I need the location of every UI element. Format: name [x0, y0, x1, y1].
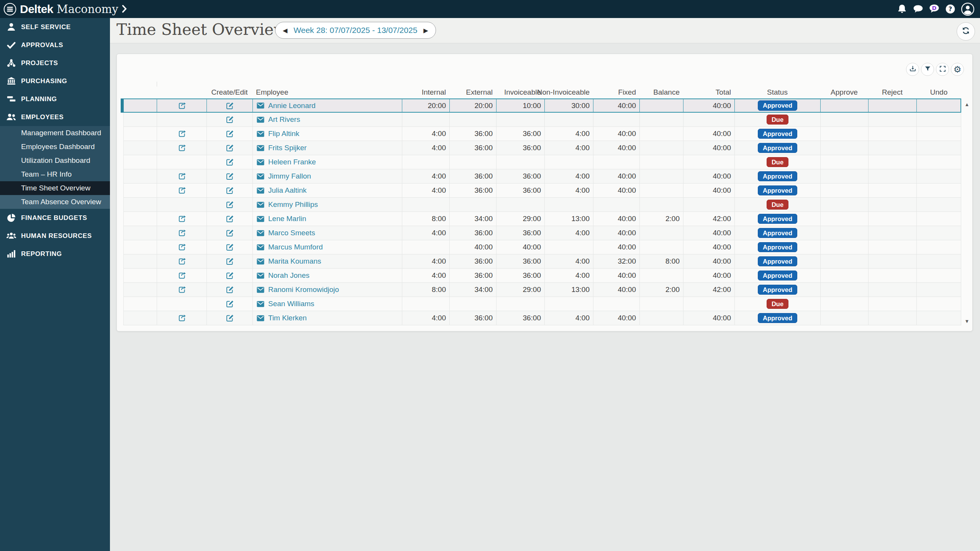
open-timesheet-icon[interactable] — [177, 257, 187, 266]
employee-row[interactable]: Annie Leonard20:0020:0010:0030:0040:0040… — [123, 98, 961, 113]
email-icon[interactable] — [256, 187, 265, 194]
sidebar-item-employees[interactable]: EMPLOYEES — [0, 108, 110, 126]
edit-icon[interactable] — [225, 129, 234, 138]
employee-name-link[interactable]: Sean Williams — [268, 300, 314, 308]
sidebar-subitem-team-absence-overview[interactable]: Team Absence Overview — [0, 195, 110, 209]
menu-icon[interactable] — [3, 2, 17, 16]
edit-icon[interactable] — [225, 271, 234, 280]
employee-name-link[interactable]: Tim Klerken — [268, 314, 307, 322]
sidebar-item-purchasing[interactable]: PURCHASING — [0, 72, 110, 90]
open-timesheet-icon[interactable] — [177, 129, 187, 138]
sidebar-subitem-employees-dashboard[interactable]: Employees Dashboard — [0, 140, 110, 154]
email-icon[interactable] — [256, 244, 265, 251]
employee-row[interactable]: Flip Altink4:0036:0036:004:0040:0040:00A… — [123, 127, 961, 141]
user-profile-icon[interactable] — [961, 2, 975, 16]
email-icon[interactable] — [256, 272, 265, 279]
email-icon[interactable] — [256, 116, 265, 123]
employee-name-link[interactable]: Norah Jones — [268, 271, 310, 280]
open-timesheet-icon[interactable] — [177, 271, 187, 280]
notifications-icon[interactable] — [896, 3, 908, 15]
prev-week-icon[interactable]: ◀ — [283, 27, 287, 34]
employee-row[interactable]: Norah Jones4:0036:0036:004:0040:0040:00A… — [123, 269, 961, 283]
sidebar-subitem-management-dashboard[interactable]: Management Dashboard — [0, 126, 110, 140]
employee-name-link[interactable]: Art Rivers — [268, 115, 300, 124]
email-icon[interactable] — [256, 159, 265, 166]
email-icon[interactable] — [256, 286, 265, 294]
sidebar-subitem-team-hr-info[interactable]: Team – HR Info — [0, 167, 110, 181]
open-timesheet-icon[interactable] — [177, 285, 187, 294]
help-icon[interactable]: ? — [945, 3, 956, 15]
open-timesheet-icon[interactable] — [177, 313, 187, 323]
fullscreen-button[interactable] — [936, 63, 949, 76]
employee-name-link[interactable]: Marcus Mumford — [268, 243, 323, 251]
email-icon[interactable] — [256, 173, 265, 180]
open-timesheet-icon[interactable] — [177, 172, 187, 181]
email-icon[interactable] — [256, 230, 265, 237]
open-timesheet-icon[interactable] — [177, 243, 187, 252]
edit-icon[interactable] — [225, 214, 234, 223]
scroll-down-arrow[interactable]: ▼ — [964, 318, 970, 324]
edit-icon[interactable] — [225, 200, 234, 209]
deltek-assistant-icon[interactable]: D — [929, 3, 940, 15]
email-icon[interactable] — [256, 201, 265, 208]
employee-row[interactable]: Julia Aaltink4:0036:0036:004:0040:0040:0… — [123, 184, 961, 198]
week-selector[interactable]: ◀ Week 28: 07/07/2025 - 13/07/2025 ▶ — [275, 22, 436, 39]
sidebar-subitem-time-sheet-overview[interactable]: Time Sheet Overview — [0, 181, 110, 195]
employee-row[interactable]: Jimmy Fallon4:0036:0036:004:0040:0040:00… — [123, 169, 961, 184]
employee-row[interactable]: Kemmy PhillipsDue — [123, 198, 961, 212]
employee-name-link[interactable]: Lene Marlin — [268, 215, 306, 223]
open-timesheet-icon[interactable] — [177, 143, 187, 153]
employee-name-link[interactable]: Kemmy Phillips — [268, 200, 318, 209]
edit-icon[interactable] — [225, 115, 234, 124]
edit-icon[interactable] — [225, 313, 234, 323]
employee-name-link[interactable]: Annie Leonard — [268, 102, 316, 110]
employee-row[interactable]: Sean WilliamsDue — [123, 297, 961, 311]
sidebar-item-reporting[interactable]: REPORTING — [0, 245, 110, 263]
employee-name-link[interactable]: Julia Aaltink — [268, 186, 306, 195]
employee-row[interactable]: Marcus Mumford40:0040:0040:0040:00Approv… — [123, 240, 961, 254]
employee-name-link[interactable]: Flip Altink — [268, 130, 299, 138]
scroll-up-arrow[interactable]: ▲ — [964, 102, 970, 107]
edit-icon[interactable] — [225, 228, 234, 238]
download-button[interactable] — [906, 63, 919, 76]
edit-icon[interactable] — [225, 172, 234, 181]
email-icon[interactable] — [256, 300, 265, 308]
sidebar-item-planning[interactable]: PLANNING — [0, 90, 110, 108]
employee-name-link[interactable]: Heleen Franke — [268, 158, 316, 166]
sidebar-item-approvals[interactable]: APPROVALS — [0, 36, 110, 54]
employee-row[interactable]: Marita Koumans4:0036:0036:004:0032:008:0… — [123, 254, 961, 269]
edit-icon[interactable] — [225, 243, 234, 252]
edit-icon[interactable] — [225, 299, 234, 308]
edit-icon[interactable] — [225, 143, 234, 153]
next-week-icon[interactable]: ▶ — [423, 27, 428, 34]
employee-row[interactable]: Heleen FrankeDue — [123, 155, 961, 169]
employee-row[interactable]: Frits Spijker4:0036:0036:004:0040:0040:0… — [123, 141, 961, 155]
email-icon[interactable] — [256, 144, 265, 152]
edit-icon[interactable] — [225, 101, 234, 110]
messages-icon[interactable] — [913, 3, 924, 15]
open-timesheet-icon[interactable] — [177, 214, 187, 223]
sidebar-item-human-resources[interactable]: HUMAN RESOURCES — [0, 227, 110, 245]
settings-button[interactable]: ⚙ — [951, 63, 964, 76]
employee-row[interactable]: Marco Smeets4:0036:0036:004:0040:0040:00… — [123, 226, 961, 240]
employee-row[interactable]: Ranomi Kromowidjojo8:0034:0029:0013:0040… — [123, 283, 961, 297]
edit-icon[interactable] — [225, 157, 234, 167]
edit-icon[interactable] — [225, 257, 234, 266]
employee-name-link[interactable]: Frits Spijker — [268, 144, 306, 152]
sidebar-item-projects[interactable]: PROJECTS — [0, 54, 110, 72]
employee-row[interactable]: Tim Klerken4:0036:0036:004:0040:0040:00A… — [123, 311, 961, 325]
email-icon[interactable] — [256, 215, 265, 223]
email-icon[interactable] — [256, 258, 265, 265]
refresh-button[interactable] — [957, 22, 975, 41]
email-icon[interactable] — [256, 102, 265, 109]
filter-button[interactable] — [921, 63, 934, 76]
sidebar-subitem-utilization-dashboard[interactable]: Utilization Dashboard — [0, 154, 110, 167]
open-timesheet-icon[interactable] — [177, 101, 187, 110]
employee-row[interactable]: Art RiversDue — [123, 113, 961, 127]
employee-name-link[interactable]: Jimmy Fallon — [268, 172, 311, 180]
email-icon[interactable] — [256, 130, 265, 138]
sidebar-item-self-service[interactable]: SELF SERVICE — [0, 18, 110, 36]
sidebar-item-finance-budgets[interactable]: FINANCE BUDGETS — [0, 209, 110, 227]
employee-name-link[interactable]: Ranomi Kromowidjojo — [268, 285, 339, 294]
email-icon[interactable] — [256, 315, 265, 322]
